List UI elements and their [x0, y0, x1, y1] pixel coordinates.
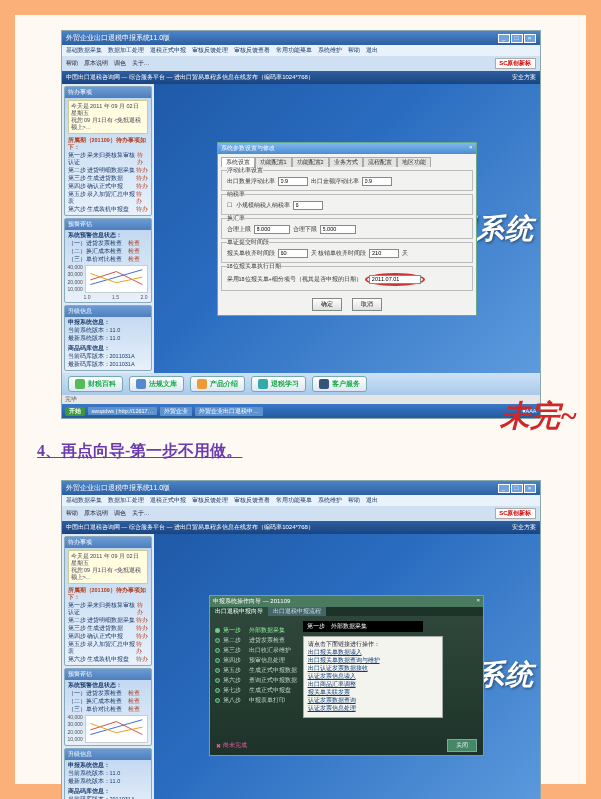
wizard-step[interactable]: 第六步 查询正式申报数据 [215, 677, 297, 684]
todo-title: 待办事项 [65, 537, 151, 548]
wizard-step[interactable]: 第二步 进货发票检查 [215, 637, 297, 644]
wizard-close-icon[interactable]: × [476, 597, 480, 606]
menu-item[interactable]: 数据加工处理 [108, 496, 144, 505]
tab-func2[interactable]: 功能配置2 [292, 157, 329, 167]
minimize-button[interactable]: _ [498, 34, 510, 43]
close-button[interactable]: × [524, 34, 536, 43]
rate-lower-input[interactable] [320, 225, 356, 234]
bgd-days-input[interactable] [278, 249, 308, 258]
menu-item[interactable]: 常用功能菜单 [276, 46, 312, 55]
toolbar-item[interactable]: 关于… [132, 509, 150, 518]
desc-link[interactable]: 出口报关单数据查询与维护 [308, 657, 438, 664]
todo-item[interactable]: 第六步 生成装机申报盘待办 [68, 206, 148, 213]
todo-item[interactable]: 第五步 录入加贸汇总申报表待办 [68, 191, 148, 205]
toolbar-item[interactable]: 调色 [114, 59, 126, 68]
todo-item[interactable]: 第一步 采来归类核算审核认证待办 [68, 602, 148, 616]
menu-item[interactable]: 退税正式申报 [150, 496, 186, 505]
toolbar-item[interactable]: 帮助 [66, 509, 78, 518]
menu-item[interactable]: 系统维护 [318, 46, 342, 55]
float-amt-input[interactable] [362, 177, 392, 186]
tab-biz[interactable]: 业务方式 [329, 157, 363, 167]
task-item[interactable]: 外贸企业出口退税申… [195, 407, 263, 416]
todo-item[interactable]: 第一步 采来归类核算审核认证待办 [68, 152, 148, 166]
todo-item[interactable]: 第二步 进货明细数据采集待办 [68, 617, 148, 624]
tab-system[interactable]: 系统设置 [221, 157, 255, 167]
toolbar-item[interactable]: 帮助 [66, 59, 78, 68]
todo-item[interactable]: 第四步 确认正式申报待办 [68, 633, 148, 640]
info-right[interactable]: 安全方案 [512, 523, 536, 532]
wizard-close-button[interactable]: 关闭 [447, 739, 477, 752]
ok-button[interactable]: 确定 [312, 298, 342, 311]
btn-encyclopedia[interactable]: 财税百科 [68, 376, 123, 392]
menu-item[interactable]: 基础数据采集 [66, 496, 102, 505]
desc-link[interactable]: 认证发票数据查询 [308, 697, 438, 704]
toolbar-item[interactable]: 原本说明 [84, 59, 108, 68]
forecast-item[interactable]: （二）换汇成本检查检查 [68, 698, 148, 705]
date-18-input[interactable] [369, 275, 421, 284]
toolbar-item[interactable]: 原本说明 [84, 509, 108, 518]
close-button[interactable]: × [524, 484, 536, 493]
menu-item[interactable]: 审核反馈查看 [234, 46, 270, 55]
wizard-step[interactable]: 第一步 外部数据采集 [215, 627, 297, 634]
btn-products[interactable]: 产品介绍 [190, 376, 245, 392]
tab-flow[interactable]: 流程配置 [363, 157, 397, 167]
info-right[interactable]: 安全方案 [512, 73, 536, 82]
menu-item[interactable]: 常用功能菜单 [276, 496, 312, 505]
wizard-step[interactable]: 第三步 出口收汇录维护 [215, 647, 297, 654]
tax-checkbox[interactable] [227, 202, 233, 208]
forecast-item[interactable]: （二）换汇成本检查检查 [68, 248, 148, 255]
start-button[interactable]: 开始 [65, 407, 85, 416]
desc-link[interactable]: 出口认证发票数据接收 [308, 665, 438, 672]
todo-item[interactable]: 第三步 生成进货数据待办 [68, 625, 148, 632]
tab-region[interactable]: 地区功能 [397, 157, 431, 167]
task-item[interactable]: swupdws | http://12617… [88, 407, 158, 415]
rate-upper-input[interactable] [254, 225, 290, 234]
forecast-item[interactable]: （一）进货发票检查检查 [68, 690, 148, 697]
desc-link[interactable]: 认证发票信息处理 [308, 705, 438, 712]
menu-item[interactable]: 帮助 [348, 496, 360, 505]
menu-item[interactable]: 退出 [366, 496, 378, 505]
btn-service[interactable]: 客户服务 [312, 376, 367, 392]
todo-item[interactable]: 第四步 确认正式申报待办 [68, 183, 148, 190]
wizard-step[interactable]: 第七步 生成正式申报盘 [215, 687, 297, 694]
tab-func1[interactable]: 功能配置1 [255, 157, 292, 167]
menu-item[interactable]: 审核反馈查看 [234, 496, 270, 505]
forecast-item[interactable]: （三）单价对比检查检查 [68, 256, 148, 263]
desc-link[interactable]: 出口商品汇率调整 [308, 681, 438, 688]
todo-item[interactable]: 第五步 录入加贸汇总申报表待办 [68, 641, 148, 655]
todo-item[interactable]: 第三步 生成进货数据待办 [68, 175, 148, 182]
toolbar-item[interactable]: 关于… [132, 59, 150, 68]
menu-item[interactable]: 审核反馈处理 [192, 46, 228, 55]
forecast-item[interactable]: （一）进货发票检查检查 [68, 240, 148, 247]
forecast-item[interactable]: （三）单价对比检查检查 [68, 706, 148, 713]
dialog-close-icon[interactable]: × [469, 144, 473, 153]
toolbar-item[interactable]: 调色 [114, 509, 126, 518]
btn-laws[interactable]: 法规文库 [129, 376, 184, 392]
menu-item[interactable]: 审核反馈处理 [192, 496, 228, 505]
minimize-button[interactable]: _ [498, 484, 510, 493]
wizard-tab-guide[interactable]: 出口退税申报向导 [210, 607, 268, 616]
cancel-button[interactable]: 取消 [352, 298, 382, 311]
menu-item[interactable]: 退出 [366, 46, 378, 55]
menu-item[interactable]: 数据加工处理 [108, 46, 144, 55]
menu-item[interactable]: 基础数据采集 [66, 46, 102, 55]
desc-link[interactable]: 报关单关联发票 [308, 689, 438, 696]
hxd-days-input[interactable] [369, 249, 399, 258]
wizard-step[interactable]: 第五步 生成正式申报数据 [215, 667, 297, 674]
desc-link[interactable]: 认证发票信息读入 [308, 673, 438, 680]
wizard-step[interactable]: 第四步 预审信息处理 [215, 657, 297, 664]
float-qty-input[interactable] [278, 177, 308, 186]
wizard-step[interactable]: 第八步 申报表单打印 [215, 697, 297, 704]
maximize-button[interactable]: □ [511, 34, 523, 43]
menu-item[interactable]: 退税正式申报 [150, 46, 186, 55]
btn-learn[interactable]: 退税学习 [251, 376, 306, 392]
menu-item[interactable]: 系统维护 [318, 496, 342, 505]
desc-link[interactable]: 出口报关单数据读入 [308, 649, 438, 656]
todo-item[interactable]: 第六步 生成装机申报盘待办 [68, 656, 148, 663]
task-item[interactable]: 外贸企业 [160, 407, 192, 416]
wizard-tab-flow[interactable]: 出口退税申报流程 [268, 607, 326, 616]
todo-item[interactable]: 第二步 进货明细数据采集待办 [68, 167, 148, 174]
menu-item[interactable]: 帮助 [348, 46, 360, 55]
maximize-button[interactable]: □ [511, 484, 523, 493]
tax-rate-input[interactable] [293, 201, 323, 210]
